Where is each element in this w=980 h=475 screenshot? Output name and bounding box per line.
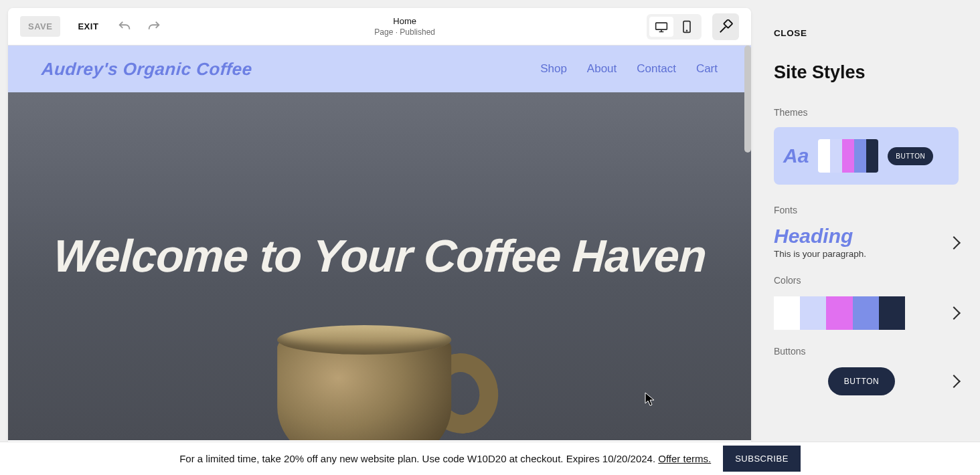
swatch bbox=[774, 296, 800, 330]
desktop-view-button[interactable] bbox=[649, 17, 673, 37]
editor-panel: SAVE EXIT Home Page · Published bbox=[8, 8, 751, 442]
hero-title[interactable]: Welcome to Your Coffee Haven bbox=[12, 233, 747, 279]
swatch bbox=[842, 139, 854, 173]
hero-section[interactable]: Welcome to Your Coffee Haven bbox=[8, 92, 751, 440]
themes-label: Themes bbox=[774, 107, 959, 118]
canvas[interactable]: Audrey's Organic Coffee Shop About Conta… bbox=[8, 45, 751, 442]
swatch bbox=[826, 296, 852, 330]
fonts-row[interactable]: Heading This is your paragraph. bbox=[774, 225, 959, 275]
nav-about[interactable]: About bbox=[587, 62, 617, 76]
colors-label: Colors bbox=[774, 275, 959, 286]
swatch bbox=[866, 139, 878, 173]
svg-point-2 bbox=[687, 30, 687, 31]
theme-card[interactable]: Aa BUTTON bbox=[774, 127, 959, 185]
site-styles-panel: CLOSE Site Styles Themes Aa BUTTON Fonts… bbox=[751, 8, 980, 442]
button-style-sample: BUTTON bbox=[828, 367, 896, 395]
chevron-right-icon bbox=[947, 375, 961, 388]
page-status: Page · Published bbox=[163, 27, 647, 37]
buttons-row[interactable]: BUTTON bbox=[774, 366, 959, 411]
fonts-paragraph-sample: This is your paragraph. bbox=[774, 249, 866, 259]
promo-text: For a limited time, take 20% off any new… bbox=[179, 453, 658, 464]
canvas-scrollbar[interactable] bbox=[744, 45, 751, 153]
page-title: Home bbox=[163, 16, 647, 26]
promo-bar: For a limited time, take 20% off any new… bbox=[0, 442, 980, 475]
editor-toolbar: SAVE EXIT Home Page · Published bbox=[8, 8, 751, 45]
site-header: Audrey's Organic Coffee Shop About Conta… bbox=[8, 45, 751, 92]
theme-button-sample: BUTTON bbox=[888, 147, 933, 165]
exit-button[interactable]: EXIT bbox=[72, 17, 104, 35]
mobile-view-button[interactable] bbox=[675, 17, 699, 37]
panel-title: Site Styles bbox=[774, 62, 959, 83]
nav-cart[interactable]: Cart bbox=[696, 62, 718, 76]
swatch bbox=[879, 296, 905, 330]
fonts-heading-sample: Heading bbox=[774, 226, 866, 246]
nav-contact[interactable]: Contact bbox=[637, 62, 676, 76]
site-brand[interactable]: Audrey's Organic Coffee bbox=[41, 59, 253, 80]
swatch bbox=[854, 139, 866, 173]
swatch bbox=[800, 296, 826, 330]
chevron-right-icon bbox=[947, 236, 961, 250]
color-swatches bbox=[774, 296, 905, 330]
undo-icon[interactable] bbox=[116, 18, 133, 35]
theme-swatches bbox=[818, 139, 878, 173]
subscribe-button[interactable]: SUBSCRIBE bbox=[723, 446, 801, 472]
nav-shop[interactable]: Shop bbox=[540, 62, 567, 76]
hero-image bbox=[264, 273, 505, 440]
colors-row[interactable] bbox=[774, 295, 959, 346]
site-nav: Shop About Contact Cart bbox=[540, 62, 718, 76]
device-toggle bbox=[647, 14, 702, 39]
svg-rect-0 bbox=[656, 23, 667, 29]
redo-icon[interactable] bbox=[145, 18, 163, 35]
swatch bbox=[818, 139, 830, 173]
save-button: SAVE bbox=[20, 16, 60, 37]
styles-icon[interactable] bbox=[712, 13, 739, 40]
chevron-right-icon bbox=[947, 306, 961, 320]
swatch bbox=[830, 139, 842, 173]
offer-terms-link[interactable]: Offer terms. bbox=[658, 453, 711, 464]
theme-sample-text: Aa bbox=[783, 145, 809, 167]
close-panel-button[interactable]: CLOSE bbox=[774, 28, 807, 38]
buttons-label: Buttons bbox=[774, 346, 959, 357]
swatch bbox=[853, 296, 879, 330]
fonts-label: Fonts bbox=[774, 205, 959, 215]
